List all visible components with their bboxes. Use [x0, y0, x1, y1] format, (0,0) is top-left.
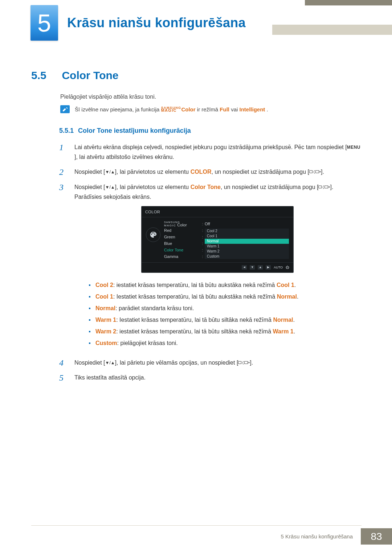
menu-key-label: MENU	[347, 144, 360, 151]
chapter-title: Krāsu nianšu konfigurēšana	[67, 15, 246, 30]
bullet-custom: Custom: pielāgojiet krāsas toni.	[88, 337, 360, 349]
step-3-target: Color Tone	[191, 184, 221, 190]
pencil-note-icon	[62, 106, 68, 112]
term-custom: Custom	[95, 340, 117, 346]
osd-opt-custom: Custom	[205, 254, 289, 259]
step-3-b: ], lai pārvietotos uz elementu	[115, 184, 191, 190]
osd-row-blue: Blue : Cool 2 Cool 1 Normal Warm 1	[164, 241, 289, 247]
term-warm2: Warm 2	[95, 328, 116, 335]
step-1-num: 1	[59, 142, 68, 162]
osd-panel: COLOR SAMSUNG MAGIC Color	[141, 206, 294, 273]
text-warm2: : iestatiet krāsas temperatūru, lai tā b…	[116, 328, 273, 335]
step-2: 2 Nospiediet [▼/▲], lai pārvietotos uz e…	[59, 167, 360, 177]
text-normal: : parādiet standarta krāsu toni.	[115, 305, 194, 311]
osd-magic-value: Off	[205, 221, 289, 227]
osd-rows: SAMSUNG MAGIC Color : Off Red : 50	[164, 221, 289, 260]
samsung-magic-label: SAMSUNG MAGIC	[161, 107, 181, 112]
osd-opt-warm1: Warm 1	[205, 244, 289, 249]
decor-top-stripe	[305, 0, 392, 5]
note-or: vai	[231, 106, 239, 112]
term-warm1: Warm 1	[95, 317, 116, 323]
step-3-num: 3	[59, 182, 68, 353]
osd-nav-auto: AUTO	[274, 265, 283, 270]
osd-colon: :	[200, 227, 205, 234]
svg-rect-4	[238, 361, 241, 364]
page: 5 Krāsu nianšu konfigurēšana 5.5 Color T…	[0, 0, 392, 554]
step-2-d: ].	[321, 169, 324, 175]
bullet-normal: Normal: parādiet standarta krāsu toni.	[88, 303, 360, 314]
enter-source-icon	[309, 169, 321, 175]
step-3-a: Nospiediet [	[74, 184, 105, 190]
text-warm1: : Iestatiet krāsas temperatūru, lai tā b…	[116, 317, 273, 323]
step-2-body: Nospiediet [▼/▲], lai pārvietotos uz ele…	[74, 167, 360, 177]
svg-rect-1	[315, 171, 319, 173]
text-custom: : pielāgojiet krāsas toni.	[117, 340, 178, 346]
osd-gamma-label: Gamma	[164, 253, 200, 260]
footer-rule	[31, 525, 362, 526]
step-2-target: COLOR	[191, 169, 212, 175]
section-heading: 5.5 Color Tone	[31, 69, 119, 82]
step-2-a: Nospiediet [	[74, 169, 105, 175]
subsection-title: Color Tone iestatījumu konfigurācija	[78, 127, 191, 135]
down-up-triangle-icon: ▼/▲	[105, 184, 115, 191]
osd-blue-label: Blue	[164, 240, 200, 247]
ref-warm1: Normal	[273, 317, 293, 323]
osd-colon: :	[200, 247, 205, 254]
end-cool1: .	[297, 294, 298, 300]
osd-nav-left-icon: ◄	[242, 265, 247, 270]
step-4: 4 Nospiediet [▼/▲], lai pārietu pie vēla…	[59, 358, 360, 368]
end-warm1: .	[293, 317, 295, 323]
step-1-b: ], lai atvērtu atbilstošo izvēlnes ekrān…	[74, 154, 174, 160]
osd-title: COLOR	[142, 206, 293, 217]
palette-icon	[146, 227, 160, 242]
step-4-a: Nospiediet [	[74, 360, 105, 366]
osd-colon: :	[200, 221, 205, 227]
term-normal: Normal	[95, 305, 115, 311]
osd-tone-dropdown: Cool 2 Cool 1 Normal Warm 1 Warm 2 Custo…	[205, 229, 289, 259]
step-5-body: Tiks iestatīta atlasītā opcija.	[74, 373, 360, 382]
footer: 5 Krāsu nianšu konfigurēšana 83	[273, 528, 392, 545]
osd-row-magic: SAMSUNG MAGIC Color : Off	[164, 221, 289, 227]
down-up-triangle-icon: ▼/▲	[105, 168, 115, 176]
enter-source-icon	[318, 184, 330, 190]
step-4-c: ].	[250, 360, 253, 366]
text-cool2: : iestatiet krāsas temperatūru, lai tā b…	[113, 282, 277, 288]
step-4-body: Nospiediet [▼/▲], lai pārietu pie vēlamā…	[74, 358, 360, 368]
osd-nav-up-icon: ▲	[258, 265, 263, 270]
step-3: 3 Nospiediet [▼/▲], lai pārvietotos uz e…	[59, 182, 360, 353]
osd-body: SAMSUNG MAGIC Color : Off Red : 50	[142, 217, 293, 262]
note-end: .	[267, 106, 268, 112]
ref-cool2: Cool 1	[277, 282, 294, 288]
osd-green-label: Green	[164, 234, 200, 241]
footer-text: 5 Krāsu nianšu konfigurēšana	[273, 528, 361, 545]
osd-colon: :	[200, 253, 205, 260]
step-2-c: , un nospiediet uz izstrādājuma pogu [	[211, 169, 309, 175]
bullet-cool2: Cool 2: iestatiet krāsas temperatūru, la…	[88, 279, 360, 291]
option-descriptions: Cool 2: iestatiet krāsas temperatūru, la…	[88, 279, 360, 349]
down-up-triangle-icon: ▼/▲	[105, 359, 115, 366]
note-pre: Šī izvēlne nav pieejama, ja funkcija	[75, 106, 161, 112]
end-warm2: .	[294, 328, 295, 335]
bullet-cool1: Cool 1: Iestatiet krāsas temperatūru, la…	[88, 291, 360, 303]
section-title: Color Tone	[62, 69, 118, 82]
osd-nav-down-icon: ▼	[250, 265, 255, 270]
osd-screenshot: COLOR SAMSUNG MAGIC Color	[74, 206, 360, 273]
osd-magic-label: SAMSUNG MAGIC Color	[164, 221, 200, 227]
svg-rect-5	[245, 361, 248, 364]
chapter-number: 5	[37, 9, 51, 37]
step-4-num: 4	[59, 358, 68, 368]
subsection-number: 5.5.1	[59, 127, 74, 135]
osd-nav-power-icon: ⏻	[286, 265, 289, 270]
text-cool1: : Iestatiet krāsas temperatūru, lai tā b…	[113, 294, 277, 300]
osd-magic-suffix: Color	[176, 223, 187, 227]
step-2-num: 2	[59, 167, 68, 177]
step-1-a: Lai atvērtu ekrāna displeja ceļvedi, nos…	[74, 144, 347, 150]
section-intro: Pielāgojiet vispārējo attēla krāsu toni.	[60, 94, 156, 100]
enter-source-icon	[238, 360, 250, 366]
step-5: 5 Tiks iestatīta atlasītā opcija.	[59, 373, 360, 382]
note-intelligent: Intelligent	[240, 106, 265, 112]
osd-tone-label: Color Tone	[164, 247, 200, 254]
note-text: Šī izvēlne nav pieejama, ja funkcija SAM…	[75, 105, 268, 113]
step-2-b: ], lai pārvietotos uz elementu	[115, 169, 191, 175]
footer-page-number: 83	[361, 528, 392, 545]
